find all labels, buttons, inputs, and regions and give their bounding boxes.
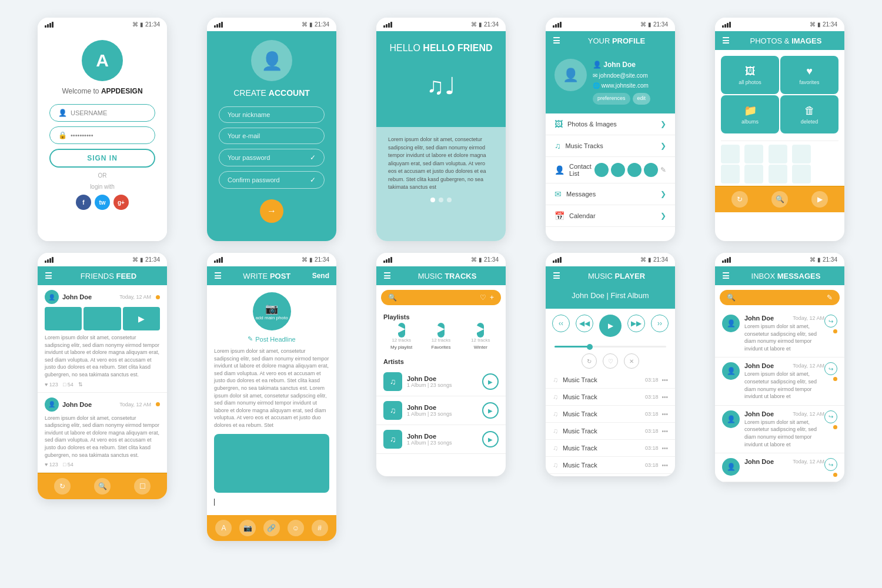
inbox-msg-4[interactable]: 👤 John Doe Today, 12 AM ↪ bbox=[715, 453, 844, 482]
heart-search-icon[interactable]: ♡ bbox=[480, 293, 486, 302]
hamburger-icon-5[interactable]: ☰ bbox=[383, 271, 391, 280]
artist-item-3[interactable]: ♫ John Doe 1 Album | 23 songs ▶ bbox=[376, 425, 506, 454]
google-plus-button[interactable]: g+ bbox=[113, 195, 129, 210]
menu-item-messages[interactable]: ✉ Messages ❯ bbox=[546, 183, 675, 205]
fast-forward-button[interactable]: ›› bbox=[651, 315, 669, 332]
password-input[interactable]: Your password ✓ bbox=[219, 149, 325, 166]
inbox-msg-3[interactable]: 👤 John Doe Today, 12 AM Lorem ipsum dolo… bbox=[715, 406, 844, 453]
hamburger-icon[interactable]: ☰ bbox=[553, 36, 560, 45]
post-toolbar-img[interactable]: 📷 bbox=[239, 520, 256, 536]
send-label[interactable]: Send bbox=[312, 272, 329, 280]
favorites-cell[interactable]: ♥ favorites bbox=[780, 56, 838, 94]
artist-play-btn-2[interactable]: ▶ bbox=[482, 402, 499, 419]
toolbar-btn-2[interactable]: 🔍 bbox=[771, 191, 788, 208]
feed-toolbar-btn-3[interactable]: ☐ bbox=[134, 478, 151, 495]
menu-item-photos[interactable]: 🖼 Photos & Images ❯ bbox=[546, 113, 675, 135]
playlist-card-1[interactable]: ▶ bbox=[398, 323, 405, 338]
next-button[interactable]: ▶▶ bbox=[627, 315, 645, 332]
post-toolbar-a[interactable]: A bbox=[215, 520, 232, 536]
dot-2[interactable] bbox=[439, 198, 443, 202]
track-item-5[interactable]: ♫ Music Track 03:18 ••• bbox=[546, 440, 675, 457]
track-more-1[interactable]: ••• bbox=[662, 377, 668, 383]
inbox-msg-1[interactable]: 👤 John Doe Today, 12 AM Lorem ipsum dolo… bbox=[715, 310, 844, 358]
track-item-1[interactable]: ♫ Music Track 03:18 ••• bbox=[546, 372, 675, 389]
progress-bar-wrapper[interactable] bbox=[546, 343, 675, 350]
dot-1[interactable] bbox=[430, 198, 435, 202]
comment-action[interactable]: □ 54 bbox=[63, 382, 74, 387]
like-action-2[interactable]: ♥ 123 bbox=[45, 462, 58, 467]
inbox-reply-btn-4[interactable]: ↪ bbox=[824, 458, 837, 471]
comment-action-2[interactable]: □ 54 bbox=[63, 462, 74, 467]
toolbar-btn-1[interactable]: ↻ bbox=[731, 191, 748, 208]
thumb-8[interactable] bbox=[769, 165, 787, 183]
artist-play-btn-1[interactable]: ▶ bbox=[482, 373, 499, 390]
play-button[interactable]: ▶ bbox=[599, 315, 622, 337]
toolbar-btn-3[interactable]: ▶ bbox=[811, 191, 828, 208]
email-input[interactable]: Your e-mail bbox=[219, 128, 325, 144]
track-more-4[interactable]: ••• bbox=[662, 428, 668, 435]
loop-button[interactable]: ↻ bbox=[582, 353, 597, 369]
edit-pencil-icon[interactable]: ✎ bbox=[660, 166, 666, 174]
thumb-3[interactable] bbox=[769, 145, 787, 163]
thumb-2[interactable] bbox=[744, 145, 763, 163]
post-toolbar-hash[interactable]: # bbox=[312, 520, 328, 536]
track-more-2[interactable]: ••• bbox=[662, 394, 668, 400]
nickname-input[interactable]: Your nickname bbox=[219, 106, 325, 123]
inbox-msg-2[interactable]: 👤 John Doe Today, 12 AM Lorem ipsum dolo… bbox=[715, 358, 844, 405]
music-search-bar[interactable]: 🔍 ♡ + bbox=[381, 290, 501, 305]
next-button[interactable]: → bbox=[260, 199, 283, 223]
hamburger-icon-7[interactable]: ☰ bbox=[722, 271, 730, 280]
post-toolbar-link[interactable]: 🔗 bbox=[263, 520, 280, 536]
artist-item-1[interactable]: ♫ John Doe 1 Album | 23 songs ▶ bbox=[376, 368, 506, 396]
menu-item-contacts[interactable]: 👤 Contact List ✎ bbox=[546, 157, 675, 183]
playlist-card-2[interactable]: ▶ bbox=[437, 323, 445, 338]
track-item-4[interactable]: ♫ Music Track 03:18 ••• bbox=[546, 423, 675, 440]
progress-dot[interactable] bbox=[587, 344, 593, 350]
thumb-9[interactable] bbox=[792, 165, 811, 183]
menu-item-calendar[interactable]: 📅 Calendar ❯ bbox=[546, 205, 675, 227]
albums-cell[interactable]: 📁 albums bbox=[721, 95, 779, 133]
like-action[interactable]: ♥ 123 bbox=[45, 382, 58, 387]
hamburger-icon-6[interactable]: ☰ bbox=[553, 271, 560, 280]
x-button[interactable]: ✕ bbox=[624, 353, 639, 369]
artist-play-btn-3[interactable]: ▶ bbox=[482, 431, 499, 447]
sign-in-button[interactable]: SIGN IN bbox=[49, 149, 155, 168]
track-item-3[interactable]: ♫ Music Track 03:18 ••• bbox=[546, 406, 675, 423]
inbox-search-bar[interactable]: 🔍 ✎ bbox=[720, 290, 840, 305]
dot-3[interactable] bbox=[447, 198, 452, 202]
heart-button[interactable]: ♡ bbox=[603, 353, 618, 369]
share-action[interactable]: ⇅ bbox=[78, 382, 83, 387]
hamburger-icon-2[interactable]: ☰ bbox=[722, 36, 730, 45]
username-field[interactable]: 👤 USERNAME bbox=[49, 104, 155, 122]
facebook-button[interactable]: f bbox=[76, 195, 91, 210]
menu-item-music[interactable]: ♫ Music Tracks ❯ bbox=[546, 135, 675, 157]
inbox-reply-btn-1[interactable]: ↪ bbox=[824, 315, 837, 328]
add-photo-button[interactable]: 📷 add main photo bbox=[253, 292, 291, 330]
track-item-2[interactable]: ♫ Music Track 03:18 ••• bbox=[546, 389, 675, 406]
feed-toolbar-btn-1[interactable]: ↻ bbox=[54, 478, 71, 495]
thumb-1[interactable] bbox=[721, 145, 740, 163]
track-more-3[interactable]: ••• bbox=[662, 411, 668, 417]
inbox-reply-btn-3[interactable]: ↪ bbox=[824, 410, 837, 423]
password-field[interactable]: 🔒 •••••••••• bbox=[49, 126, 155, 144]
thumb-6[interactable] bbox=[721, 165, 740, 183]
track-item-6[interactable]: ♫ Music Track 03:18 ••• bbox=[546, 457, 675, 474]
playlist-card-3[interactable]: ▶ bbox=[477, 323, 484, 338]
post-toolbar-smile[interactable]: ☺ bbox=[288, 520, 304, 536]
track-more-6[interactable]: ••• bbox=[662, 462, 668, 469]
feed-toolbar-btn-2[interactable]: 🔍 bbox=[94, 478, 111, 495]
preferences-tag[interactable]: preferences bbox=[593, 93, 630, 104]
all-photos-cell[interactable]: 🖼 all photos bbox=[721, 56, 779, 94]
track-more-5[interactable]: ••• bbox=[662, 445, 668, 452]
hamburger-icon-3[interactable]: ☰ bbox=[45, 271, 52, 280]
thumb-7[interactable] bbox=[744, 165, 763, 183]
feed-img-play[interactable]: ▶ bbox=[123, 307, 160, 330]
thumb-4[interactable] bbox=[792, 145, 811, 163]
edit-tag[interactable]: edit bbox=[633, 93, 651, 104]
hamburger-icon-4[interactable]: ☰ bbox=[214, 271, 222, 280]
rewind-button[interactable]: ‹‹ bbox=[552, 315, 570, 332]
twitter-button[interactable]: tw bbox=[95, 195, 110, 210]
confirm-password-input[interactable]: Confirm password ✓ bbox=[219, 171, 325, 189]
prev-button[interactable]: ◀◀ bbox=[576, 315, 593, 332]
post-headline-input[interactable]: ✎ Post Headline bbox=[214, 335, 329, 343]
